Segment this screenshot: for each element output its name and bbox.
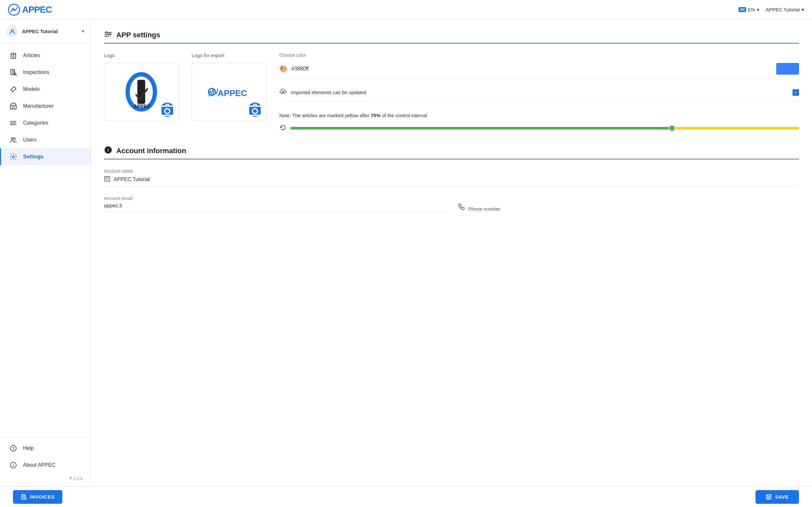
phone-icon <box>458 204 464 212</box>
sidebar-label-manufacturer: Manufacturer <box>23 103 54 109</box>
account-bottom-row: Account email appec.it Phone number <box>104 196 799 212</box>
slider-track[interactable] <box>290 127 799 129</box>
svg-point-34 <box>252 109 257 114</box>
account-name-label: Account name <box>104 168 799 174</box>
account-info-title: Account information <box>116 147 186 155</box>
lang-label: EN <box>748 7 755 12</box>
svg-text:i: i <box>13 463 14 468</box>
top-nav: APPEC AB EN ▾ APPEC Tutorial ▾ <box>0 0 812 19</box>
language-selector[interactable]: AB EN ▾ <box>739 7 759 13</box>
svg-point-16 <box>12 156 14 158</box>
account-section: i Account information Account name APPEC… <box>104 146 799 212</box>
sidebar-item-about[interactable]: i About APPEC <box>0 457 91 473</box>
about-icon: i <box>9 461 18 470</box>
logo-text: APPEC <box>22 5 52 15</box>
account-name-field: Account name APPEC Tutorial <box>104 168 799 187</box>
sidebar-version: ₱ 2.0.0 <box>0 473 91 484</box>
invoices-button[interactable]: INVOICES <box>13 490 62 504</box>
svg-rect-7 <box>12 107 14 109</box>
sidebar-label-help: Help <box>23 445 34 451</box>
phone-label: Phone number <box>468 206 500 212</box>
svg-point-2 <box>11 30 14 32</box>
slider-note: Note: The articles are marked yellow aft… <box>279 112 799 119</box>
svg-point-25 <box>109 34 111 36</box>
version-prefix: ₱ <box>69 476 73 481</box>
imported-elements-label: Imported elements can be updated <box>291 90 788 95</box>
invoices-label: INVOICES <box>30 494 55 500</box>
svg-point-3 <box>13 55 14 56</box>
color-swatch[interactable] <box>776 63 799 75</box>
workspace-icon <box>6 25 18 37</box>
logo-box: APPEC <box>104 63 179 121</box>
articles-icon <box>9 51 18 60</box>
svg-rect-27 <box>137 80 145 104</box>
sidebar-label-users: Users <box>23 137 37 143</box>
save-button[interactable]: SAVE <box>756 490 799 504</box>
bottom-bar: INVOICES SAVE <box>0 486 812 507</box>
sidebar-label-about: About APPEC <box>23 462 56 468</box>
sidebar-item-settings[interactable]: Settings <box>0 148 91 165</box>
imported-elements-row: Imported elements can be updated ✓ <box>279 83 799 102</box>
user-selector[interactable]: APPEC Tutorial ▾ <box>766 7 804 13</box>
app-settings-divider <box>104 43 799 44</box>
invoices-icon <box>21 494 27 500</box>
logo-export-box: APPEC <box>192 63 266 121</box>
save-label: SAVE <box>775 494 789 500</box>
logo-area: APPEC <box>8 4 52 16</box>
sidebar-item-manufacturer[interactable]: Manufacturer <box>0 98 91 115</box>
users-icon <box>9 135 18 145</box>
logo-group: Logo APPEC <box>104 53 179 121</box>
sidebar: APPEC Tutorial ▾ Articles Inspections <box>0 19 91 486</box>
svg-point-30 <box>165 109 169 114</box>
account-name-row: APPEC Tutorial <box>104 176 799 187</box>
account-info-divider <box>104 159 799 159</box>
save-icon <box>766 494 772 500</box>
slider-section: Note: The articles are marked yellow aft… <box>279 112 799 133</box>
main-content: APP settings Logo APPEC <box>91 19 812 486</box>
logo-label: Logo <box>104 53 179 58</box>
sidebar-nav: Articles Inspections Models <box>0 43 91 437</box>
svg-point-11 <box>10 121 11 122</box>
sidebar-label-categories: Categories <box>23 120 48 126</box>
account-name-value: APPEC Tutorial <box>114 177 799 182</box>
svg-point-13 <box>10 124 11 125</box>
logo-export-label: Logo for export <box>192 53 266 58</box>
svg-text:APPEC: APPEC <box>218 88 247 98</box>
svg-point-14 <box>11 137 13 139</box>
slider-percent: 75% <box>371 113 380 118</box>
sidebar-item-categories[interactable]: Categories <box>0 115 91 131</box>
logo-export-upload-button[interactable] <box>248 103 262 117</box>
logo-upload-button[interactable] <box>160 103 174 117</box>
imported-elements-checkbox[interactable]: ✓ <box>793 89 799 96</box>
sidebar-item-help[interactable]: ? Help <box>0 440 91 457</box>
account-email-row: appec.it <box>104 203 445 212</box>
slider-thumb[interactable] <box>669 125 675 131</box>
slider-reset-icon[interactable] <box>279 124 287 133</box>
sidebar-label-articles: Articles <box>23 53 40 58</box>
svg-point-15 <box>14 138 16 139</box>
logo-row: Logo APPEC <box>104 53 799 133</box>
sidebar-item-users[interactable]: Users <box>0 131 91 148</box>
sidebar-item-inspections[interactable]: Inspections <box>0 64 91 81</box>
cloud-import-icon <box>279 88 287 97</box>
workspace-selector[interactable]: APPEC Tutorial ▾ <box>0 19 91 43</box>
svg-rect-41 <box>767 495 770 496</box>
svg-text:?: ? <box>12 446 14 451</box>
account-email-label: Account email <box>104 196 445 201</box>
app-settings-header: APP settings <box>104 30 799 40</box>
svg-point-12 <box>10 123 11 124</box>
sidebar-item-models[interactable]: Models <box>0 81 91 98</box>
color-row: 🎨 #3880ff <box>279 63 799 78</box>
palette-icon: 🎨 <box>279 65 288 73</box>
account-email-field: Account email appec.it <box>104 196 445 212</box>
sidebar-item-articles[interactable]: Articles <box>0 47 91 64</box>
app-settings-icon <box>104 30 112 40</box>
svg-rect-40 <box>766 495 771 499</box>
help-icon: ? <box>9 444 18 453</box>
sidebar-label-inspections: Inspections <box>23 69 49 75</box>
top-nav-right: AB EN ▾ APPEC Tutorial ▾ <box>739 7 804 13</box>
account-info-header: i Account information <box>104 146 799 156</box>
svg-point-24 <box>106 32 107 34</box>
inspections-icon <box>9 68 18 77</box>
appec-logo-icon <box>8 4 20 16</box>
